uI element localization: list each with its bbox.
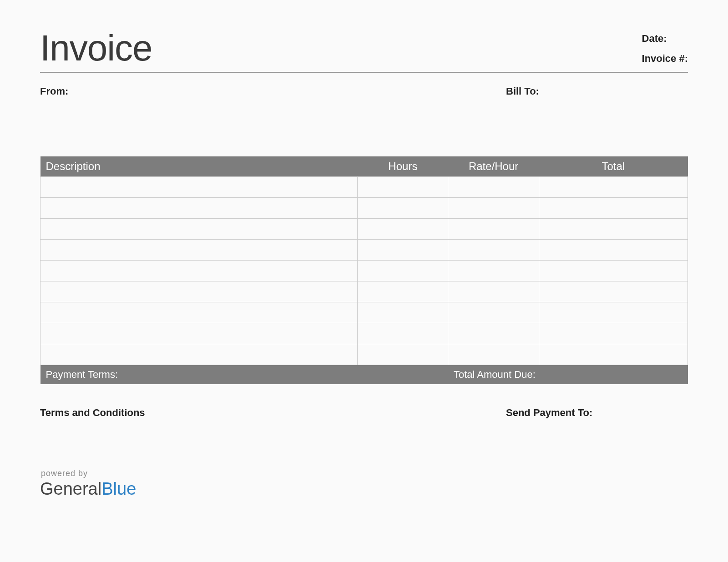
table-row bbox=[40, 198, 688, 219]
invoice-table: Description Hours Rate/Hour Total Paymen… bbox=[40, 156, 688, 384]
cell-hours[interactable] bbox=[358, 344, 448, 365]
payment-terms-label: Payment Terms: bbox=[40, 365, 448, 385]
send-payment-section: Send Payment To: bbox=[506, 407, 688, 419]
cell-description[interactable] bbox=[40, 240, 358, 261]
terms-section: Terms and Conditions bbox=[40, 407, 506, 419]
header-description: Description bbox=[40, 156, 358, 177]
table-row bbox=[40, 240, 688, 261]
cell-total[interactable] bbox=[539, 198, 688, 219]
total-amount-due-label: Total Amount Due: bbox=[448, 365, 688, 385]
cell-hours[interactable] bbox=[358, 240, 448, 261]
invoice-number-label: Invoice #: bbox=[642, 53, 688, 65]
date-label: Date: bbox=[642, 33, 688, 45]
table-row bbox=[40, 219, 688, 240]
cell-total[interactable] bbox=[539, 177, 688, 198]
table-header-row: Description Hours Rate/Hour Total bbox=[40, 156, 688, 177]
cell-description[interactable] bbox=[40, 219, 358, 240]
cell-description[interactable] bbox=[40, 323, 358, 344]
from-label: From: bbox=[40, 85, 68, 97]
cell-hours[interactable] bbox=[358, 198, 448, 219]
cell-rate[interactable] bbox=[448, 302, 539, 323]
cell-description[interactable] bbox=[40, 344, 358, 365]
cell-description[interactable] bbox=[40, 177, 358, 198]
table-row bbox=[40, 281, 688, 302]
cell-hours[interactable] bbox=[358, 323, 448, 344]
cell-total[interactable] bbox=[539, 344, 688, 365]
cell-rate[interactable] bbox=[448, 323, 539, 344]
table-row bbox=[40, 344, 688, 365]
cell-hours[interactable] bbox=[358, 177, 448, 198]
address-row: From: Bill To: bbox=[40, 85, 688, 97]
table-row bbox=[40, 302, 688, 323]
bill-to-section: Bill To: bbox=[506, 85, 688, 97]
bottom-row: Terms and Conditions Send Payment To: bbox=[40, 407, 688, 419]
terms-label: Terms and Conditions bbox=[40, 407, 145, 418]
brand-logo: GeneralBlue bbox=[40, 479, 688, 499]
cell-hours[interactable] bbox=[358, 261, 448, 281]
page-title: Invoice bbox=[40, 27, 152, 69]
cell-rate[interactable] bbox=[448, 219, 539, 240]
cell-description[interactable] bbox=[40, 198, 358, 219]
cell-rate[interactable] bbox=[448, 177, 539, 198]
cell-rate[interactable] bbox=[448, 281, 539, 302]
cell-total[interactable] bbox=[539, 261, 688, 281]
powered-by-text: powered by bbox=[41, 469, 688, 478]
cell-hours[interactable] bbox=[358, 219, 448, 240]
footer-brand: powered by GeneralBlue bbox=[40, 469, 688, 499]
header-row: Invoice Date: Invoice #: bbox=[40, 27, 688, 73]
send-payment-label: Send Payment To: bbox=[506, 407, 592, 418]
table-footer-row: Payment Terms: Total Amount Due: bbox=[40, 365, 688, 385]
cell-rate[interactable] bbox=[448, 240, 539, 261]
table-row bbox=[40, 323, 688, 344]
cell-total[interactable] bbox=[539, 302, 688, 323]
table-row bbox=[40, 177, 688, 198]
cell-rate[interactable] bbox=[448, 344, 539, 365]
cell-total[interactable] bbox=[539, 281, 688, 302]
table-row bbox=[40, 261, 688, 281]
cell-total[interactable] bbox=[539, 219, 688, 240]
cell-hours[interactable] bbox=[358, 302, 448, 323]
cell-rate[interactable] bbox=[448, 198, 539, 219]
brand-general: General bbox=[40, 479, 101, 498]
header-total: Total bbox=[539, 156, 688, 177]
table-body bbox=[40, 177, 688, 365]
cell-description[interactable] bbox=[40, 281, 358, 302]
cell-description[interactable] bbox=[40, 261, 358, 281]
bill-to-label: Bill To: bbox=[506, 85, 539, 97]
from-section: From: bbox=[40, 85, 506, 97]
brand-blue: Blue bbox=[101, 479, 136, 498]
cell-total[interactable] bbox=[539, 240, 688, 261]
cell-rate[interactable] bbox=[448, 261, 539, 281]
cell-hours[interactable] bbox=[358, 281, 448, 302]
cell-description[interactable] bbox=[40, 302, 358, 323]
header-hours: Hours bbox=[358, 156, 448, 177]
cell-total[interactable] bbox=[539, 323, 688, 344]
header-rate: Rate/Hour bbox=[448, 156, 539, 177]
invoice-meta: Date: Invoice #: bbox=[642, 33, 688, 65]
